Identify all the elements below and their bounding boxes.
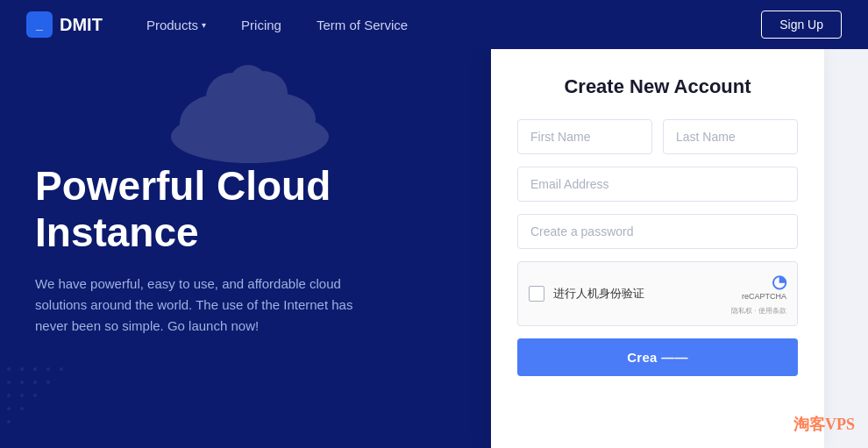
navbar: _ DMIT Products ▾ Pricing Term of Servic… <box>0 0 868 49</box>
recaptcha-brand: reCAPTCHA <box>731 292 786 301</box>
captcha-box: 进行人机身份验证 ◔ reCAPTCHA 隐私权 · 使用条款 <box>517 261 798 326</box>
svg-point-19 <box>7 407 11 410</box>
svg-point-21 <box>7 420 11 423</box>
password-input[interactable] <box>517 214 798 249</box>
captcha-label: 进行人机身份验证 <box>553 286 644 302</box>
svg-point-10 <box>46 367 50 371</box>
svg-point-15 <box>46 380 50 384</box>
password-row <box>517 214 798 249</box>
svg-point-14 <box>33 380 37 384</box>
cloud-decoration <box>162 58 338 163</box>
svg-point-7 <box>7 367 11 371</box>
nav-products[interactable]: Products ▾ <box>129 0 224 49</box>
last-name-input[interactable] <box>663 119 798 154</box>
brand-name: DMIT <box>60 15 103 35</box>
nav-pricing[interactable]: Pricing <box>224 0 299 49</box>
first-name-input[interactable] <box>517 119 652 154</box>
dots-decoration <box>0 360 132 448</box>
hero-subtitle: We have powerful, easy to use, and affor… <box>35 274 368 337</box>
captcha-left: 进行人机身份验证 <box>529 286 644 302</box>
brand-icon: _ <box>26 11 53 38</box>
watermark: 淘客VPS <box>793 414 855 435</box>
svg-point-18 <box>33 394 37 397</box>
svg-point-11 <box>60 367 63 371</box>
nav-links: Products ▾ Pricing Term of Service <box>129 0 761 49</box>
recaptcha-logo: ◔ reCAPTCHA 隐私权 · 使用条款 <box>731 271 786 316</box>
hero-panel: Powerful Cloud Instance We have powerful… <box>0 49 500 448</box>
svg-point-12 <box>7 380 11 384</box>
nav-tos[interactable]: Term of Service <box>299 0 425 49</box>
signup-form-card: Create New Account 进行人机身份验证 ◔ reCAPTCHA <box>491 49 824 448</box>
brand: _ DMIT <box>26 11 103 38</box>
signup-panel: Create New Account 进行人机身份验证 ◔ reCAPTCHA <box>500 49 868 448</box>
svg-point-17 <box>20 394 24 397</box>
svg-point-9 <box>33 367 37 371</box>
svg-point-13 <box>20 380 24 384</box>
signup-button[interactable]: Sign Up <box>761 11 842 39</box>
svg-point-16 <box>7 394 11 397</box>
svg-point-6 <box>229 65 267 103</box>
create-account-button[interactable]: Crea —— <box>517 338 798 376</box>
main-content: Powerful Cloud Instance We have powerful… <box>0 49 868 448</box>
recaptcha-icon: ◔ <box>772 272 786 291</box>
email-input[interactable] <box>517 167 798 202</box>
nav-actions: Sign Up <box>761 11 842 39</box>
name-row <box>517 119 798 154</box>
svg-point-8 <box>20 367 24 371</box>
chevron-down-icon: ▾ <box>202 20 206 30</box>
svg-point-20 <box>20 407 24 410</box>
form-title: Create New Account <box>517 75 798 98</box>
hero-title: Powerful Cloud Instance <box>35 163 465 256</box>
captcha-checkbox[interactable] <box>529 286 544 302</box>
recaptcha-links: 隐私权 · 使用条款 <box>731 307 786 315</box>
email-row <box>517 167 798 202</box>
